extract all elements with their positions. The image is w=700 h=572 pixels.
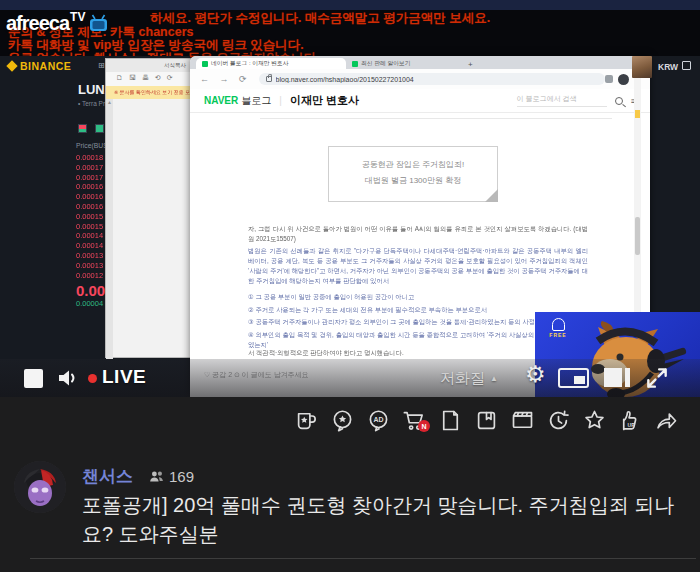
share-icon[interactable] [653, 407, 680, 434]
replay-clock-icon[interactable] [545, 407, 572, 434]
video-player[interactable]: 하세요. 평단가 수정입니다. 매수금액말고 평가금액만 보세요. 문의 & 정… [0, 0, 700, 397]
tab-strip: 네이버 블로그 : 이재만 변호사 최신 판례 알아보기 + [190, 56, 650, 69]
ask-row: 0.00016 [76, 202, 103, 212]
section-divider [30, 558, 696, 559]
scrollbar-thumb [635, 217, 640, 255]
quote-line: 공동현관 잠입은 주거침입죄! [329, 159, 497, 170]
svg-text:UP: UP [627, 422, 635, 428]
orderbook-green-icon [95, 124, 104, 133]
scrollbar-find-marker [635, 110, 640, 118]
ad-bubble-icon[interactable]: AD [365, 407, 392, 434]
naver-favicon [352, 61, 358, 67]
orderbook-ask-list: 0.00018 0.00017 0.00017 0.00016 0.00016 … [76, 153, 103, 280]
streamer-avatar[interactable] [14, 461, 66, 513]
afreecatv-watermark: afreeca TV [6, 12, 109, 34]
list-item: ① 그 공용 부분이 일반 공중에 출입이 허용된 공간이 아니고 [248, 292, 588, 302]
fullscreen-icon[interactable] [644, 365, 670, 391]
settings-gear-icon[interactable]: ⚙ [525, 361, 546, 388]
svg-text:AD: AD [373, 416, 383, 423]
ask-row: 0.00012 [76, 271, 103, 281]
afreecatv-live-page: 하세요. 평단가 수정입니다. 매수금액말고 평가금액만 보세요. 문의 & 정… [0, 0, 700, 572]
blog-word: 블로그 [241, 94, 271, 108]
bookmark-box-icon[interactable] [473, 407, 500, 434]
search-icon [615, 97, 623, 105]
address-bar: blog.naver.com/hshapiaoo/20150227201004 [259, 73, 605, 85]
cheer-mug-icon[interactable] [293, 407, 320, 434]
profile-avatar-icon [618, 74, 629, 85]
currency-label: KRW [658, 62, 678, 72]
ask-row: 0.00015 [76, 222, 103, 232]
action-icon-row: AD N [0, 407, 690, 434]
afreecatv-logo-text: afreeca [6, 12, 69, 35]
vod-clapper-icon[interactable] [509, 407, 536, 434]
streamer-name[interactable]: 챈서스 [82, 465, 133, 488]
blog-header: NAVER 블로그 | 이재만 변호사 이 블로그에서 검색 ≡ [190, 89, 650, 113]
naver-favicon [202, 61, 208, 67]
webcam-emblem-icon [552, 318, 565, 331]
viewer-count-number: 169 [169, 468, 194, 485]
popup-warning-banner: ※ 문서를 확인하세요 보기 전용 모드 [106, 86, 190, 99]
player-control-bar: LIVE 저화질 ▲ ⚙ [0, 359, 700, 397]
blog-paragraph: 법원은 기존의 선례들과 같은 취지로 "다가구용 단독주택이나 다세대주택·연… [248, 246, 588, 286]
pip-mode-icon[interactable] [558, 368, 589, 388]
tab-label: 네이버 블로그 : 이재만 변호사 [211, 59, 289, 68]
square-icon [682, 61, 691, 70]
viewers-icon [148, 469, 165, 484]
favorite-star-icon[interactable] [581, 407, 608, 434]
ask-row: 0.00015 [76, 212, 103, 222]
browser-toolbar: ← → ⟳ blog.naver.com/hshapiaoo/201502272… [190, 69, 650, 89]
viewer-count: 169 [148, 468, 194, 485]
star-balloon-icon[interactable] [329, 407, 356, 434]
trading-pair-sublabel: • Terra Pr [78, 100, 105, 107]
quality-label: 저화질 [440, 369, 485, 388]
quote-box-fold [485, 189, 498, 202]
quality-selector[interactable]: 저화질 ▲ [440, 369, 498, 388]
memo-popup-window: 서식복사 🗋 🖫 🖶 ⟲ ⟳ ※ 문서를 확인하세요 보기 전용 모드 ▲ [105, 58, 191, 358]
ask-row: 0.00013 [76, 261, 103, 271]
ask-row: 0.00013 [76, 251, 103, 261]
cart-new-badge: N [418, 420, 430, 432]
popup-scrollbar: ▲ [106, 99, 113, 359]
notice-line: 하세요. 평단가 수정입니다. 매수금액말고 평가금액만 보세요. [150, 12, 490, 25]
browser-tab-active: 네이버 블로그 : 이재만 변호사 [196, 58, 346, 69]
url-text: blog.naver.com/hshapiaoo/20150227201004 [276, 76, 414, 83]
ask-row: 0.00014 [76, 241, 103, 251]
tab-label: 최신 판례 알아보기 [361, 59, 411, 68]
blog-search-placeholder: 이 블로그에서 검색 [517, 94, 607, 107]
up-thumb-icon[interactable]: UP [617, 407, 644, 434]
binance-brand: BINANCE [8, 60, 71, 72]
stop-button[interactable] [24, 369, 43, 388]
theater-mode-icon[interactable] [604, 368, 632, 387]
browser-tab-inactive: 최신 판례 알아보기 [346, 58, 464, 69]
lock-icon [266, 76, 272, 82]
ask-row: 0.00016 [76, 182, 103, 192]
volume-icon[interactable] [56, 367, 80, 389]
extensions-icon [605, 75, 613, 83]
afreecatv-logo-tv: TV [70, 10, 85, 24]
header-separator: | [279, 95, 282, 106]
chevron-up-icon: ▲ [490, 374, 498, 383]
ask-row: 0.00018 [76, 153, 103, 163]
live-label: LIVE [102, 366, 146, 388]
orderbook-split-icon [78, 124, 87, 133]
blog-owner-title: 이재만 변호사 [290, 93, 359, 108]
ask-row: 0.00017 [76, 163, 103, 173]
blog-paragraph: 자, 그럼 다시 위 사건으로 돌아가 법원이 어떤 이유를 들어 A씨의 혐의… [248, 224, 588, 244]
binance-brand-text: BINANCE [20, 60, 71, 72]
last-price-secondary: 0.00004 [76, 299, 103, 308]
orderbook-view-toggles [78, 124, 104, 133]
ask-row: 0.00014 [76, 231, 103, 241]
ask-row: 0.00017 [76, 173, 103, 183]
tv-icon [88, 13, 109, 33]
broadcast-title: 포폴공개] 20억 풀매수 권도형 찾아간거 맞습니다. 주거침입죄 되나요? … [82, 491, 686, 549]
popup-icon-row: 🗋 🖫 🖶 ⟲ ⟳ [106, 72, 190, 86]
live-dot [88, 374, 97, 383]
naver-logo-text: NAVER [204, 95, 238, 106]
binance-diamond-icon [6, 60, 17, 71]
quote-box: 공동현관 잠입은 주거침입죄! 대법원 벌금 1300만원 확정 [328, 146, 498, 202]
video-top-strip [0, 0, 700, 10]
content-divider [260, 118, 612, 119]
quote-line: 대법원 벌금 1300만원 확정 [329, 175, 497, 186]
note-icon[interactable] [437, 407, 464, 434]
shopping-cart-icon[interactable]: N [401, 407, 428, 434]
